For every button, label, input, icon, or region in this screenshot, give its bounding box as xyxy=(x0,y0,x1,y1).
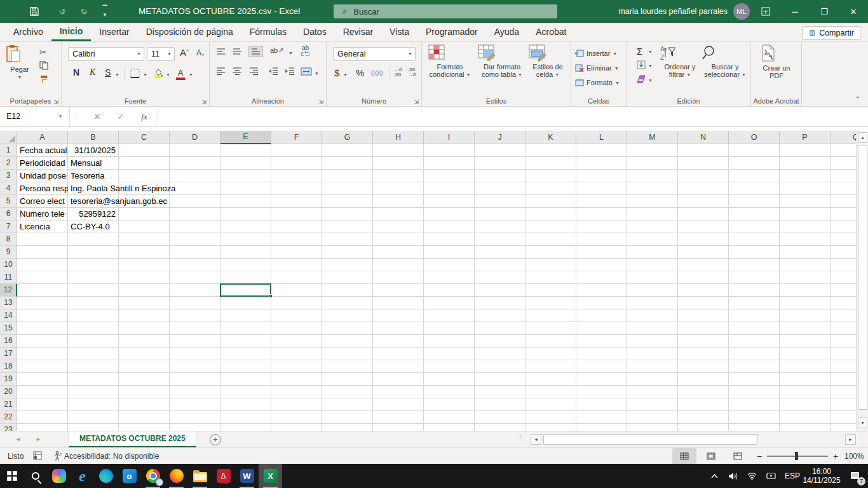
name-box-caret-icon[interactable]: ▼ xyxy=(58,107,63,126)
row-header-19[interactable]: 19 xyxy=(0,373,17,386)
tab-disposición-de-página[interactable]: Disposición de página xyxy=(138,23,241,41)
clear-caret-icon[interactable]: ▼ xyxy=(648,78,653,83)
align-top-icon[interactable] xyxy=(216,48,226,55)
sort-filter-button[interactable]: AZ Ordenar y filtrar ▼ xyxy=(660,44,700,79)
formula-bar-splitter[interactable]: ⋮ xyxy=(74,112,81,117)
grid-cell-B4[interactable]: Ing. Paola Santill n Espinoza xyxy=(68,182,176,195)
horizontal-scroll-thumb[interactable] xyxy=(543,434,757,445)
wrap-text-icon[interactable]: abc⮌ xyxy=(301,45,310,57)
align-bottom-icon[interactable] xyxy=(249,46,262,57)
row-header-2[interactable]: 2 xyxy=(0,157,17,170)
taskbar-word-icon[interactable]: W xyxy=(235,464,259,488)
grid-cell-A7[interactable]: Licencia xyxy=(17,220,68,233)
decrease-font-icon[interactable]: A˅ xyxy=(196,48,205,58)
tab-vista[interactable]: Vista xyxy=(381,23,417,41)
row-header-3[interactable]: 3 xyxy=(0,170,17,182)
scroll-right-icon[interactable]: ► xyxy=(845,434,856,445)
format-painter-icon[interactable] xyxy=(39,75,48,84)
column-header-P[interactable]: P xyxy=(780,131,831,144)
italic-button[interactable]: K xyxy=(90,67,95,78)
grid-cell-B7[interactable]: CC-BY-4.0 xyxy=(68,220,119,233)
column-header-G[interactable]: G xyxy=(322,131,373,144)
grid-cell-A6[interactable]: Numero tele xyxy=(17,208,68,220)
row-header-1[interactable]: 1 xyxy=(0,144,17,157)
column-header-I[interactable]: I xyxy=(424,131,475,144)
row-header-20[interactable]: 20 xyxy=(0,386,17,398)
column-header-K[interactable]: K xyxy=(526,131,576,144)
taskbar-start-icon[interactable] xyxy=(0,464,24,488)
scroll-left-icon[interactable]: ◄ xyxy=(531,434,541,445)
grid-cell-B3[interactable]: Tesoreria xyxy=(68,170,119,182)
column-header-J[interactable]: J xyxy=(475,131,526,144)
accessibility-status[interactable]: Accesibilidad: No disponible xyxy=(64,452,159,461)
row-header-10[interactable]: 10 xyxy=(0,259,17,271)
find-select-button[interactable]: Buscar y seleccionar ▼ xyxy=(702,44,749,79)
cell-styles-button[interactable]: Estilos de celda ▼ xyxy=(529,44,567,79)
select-all-corner[interactable] xyxy=(0,131,17,144)
row-header-23[interactable]: 23 xyxy=(0,424,17,431)
align-center-icon[interactable] xyxy=(233,67,242,75)
tray-meet-now-icon[interactable] xyxy=(763,464,779,488)
column-header-D[interactable]: D xyxy=(170,131,220,144)
restore-button[interactable]: ❐ xyxy=(810,0,839,23)
row-header-8[interactable]: 8 xyxy=(0,233,17,246)
orientation-caret-icon[interactable]: ▼ xyxy=(288,51,293,55)
underline-caret-icon[interactable]: ▼ xyxy=(115,72,119,77)
row-header-5[interactable]: 5 xyxy=(0,195,17,208)
insert-cells-button[interactable]: Insertar▼ xyxy=(575,47,617,60)
tab-inicio[interactable]: Inicio xyxy=(51,23,92,41)
increase-decimal-icon[interactable]: ←0,00 xyxy=(394,67,402,78)
view-page-layout-icon[interactable] xyxy=(699,448,723,464)
insert-function-icon[interactable]: fx xyxy=(135,107,154,126)
column-header-O[interactable]: O xyxy=(729,131,780,144)
formula-input[interactable] xyxy=(158,107,868,126)
row-header-22[interactable]: 22 xyxy=(0,411,17,424)
row-header-15[interactable]: 15 xyxy=(0,322,17,335)
view-page-break-icon[interactable] xyxy=(726,448,750,464)
merge-caret-icon[interactable]: ▼ xyxy=(315,71,319,76)
grid-cell-B6[interactable]: 52959122 xyxy=(68,208,119,220)
copy-icon[interactable] xyxy=(39,61,48,70)
share-button[interactable]: 🖻 Compartir xyxy=(802,26,860,40)
close-button[interactable]: ✕ xyxy=(839,0,868,23)
row-header-11[interactable]: 11 xyxy=(0,271,17,284)
view-normal-icon[interactable] xyxy=(672,448,696,464)
taskbar-chrome-icon[interactable] xyxy=(141,464,165,488)
grid-cell-B2[interactable]: Mensual xyxy=(68,157,119,170)
zoom-level[interactable]: 100% xyxy=(844,452,864,461)
align-right-icon[interactable] xyxy=(249,67,259,75)
row-header-17[interactable]: 17 xyxy=(0,348,17,360)
tray-volume-icon[interactable] xyxy=(724,464,741,488)
row-header-18[interactable]: 18 xyxy=(0,360,17,373)
grid-cell-A2[interactable]: Periodicidad xyxy=(17,157,68,170)
avatar[interactable]: ML xyxy=(733,3,750,20)
merge-center-icon[interactable] xyxy=(301,67,312,76)
row-header-21[interactable]: 21 xyxy=(0,398,17,411)
save-icon[interactable] xyxy=(29,6,51,17)
column-header-F[interactable]: F xyxy=(271,131,322,144)
row-header-6[interactable]: 6 xyxy=(0,208,17,220)
zoom-in-icon[interactable]: + xyxy=(833,451,838,461)
create-pdf-button[interactable]: λ Crear un PDF xyxy=(760,44,793,79)
number-format-select[interactable]: General ▼ xyxy=(333,47,416,61)
taskbar-file-explorer-icon[interactable] xyxy=(188,464,212,488)
format-cells-button[interactable]: Formato▼ xyxy=(575,76,620,89)
column-header-M[interactable]: M xyxy=(627,131,678,144)
currency-caret-icon[interactable]: ▼ xyxy=(343,72,348,77)
column-header-L[interactable]: L xyxy=(576,131,627,144)
fill-handle[interactable] xyxy=(269,294,273,298)
grid-cell-A1[interactable]: Fecha actual xyxy=(17,144,68,157)
row-header-16[interactable]: 16 xyxy=(0,335,17,348)
tray-clock[interactable]: 16:00 14/11/2025 xyxy=(799,464,844,488)
fill-color-caret-icon[interactable]: ▼ xyxy=(166,72,170,77)
fill-icon[interactable] xyxy=(637,60,646,69)
grid-cell-A5[interactable]: Correo elect xyxy=(17,195,68,208)
customize-qat-icon[interactable]: ▔▾ xyxy=(94,5,116,18)
align-middle-icon[interactable] xyxy=(233,48,242,55)
taskbar-copilot-icon[interactable] xyxy=(47,464,71,488)
column-header-A[interactable]: A xyxy=(17,131,68,144)
underline-button[interactable]: S xyxy=(105,67,111,78)
minimize-button[interactable]: ─ xyxy=(780,0,810,23)
column-header-N[interactable]: N xyxy=(678,131,729,144)
decrease-indent-icon[interactable] xyxy=(268,67,278,75)
